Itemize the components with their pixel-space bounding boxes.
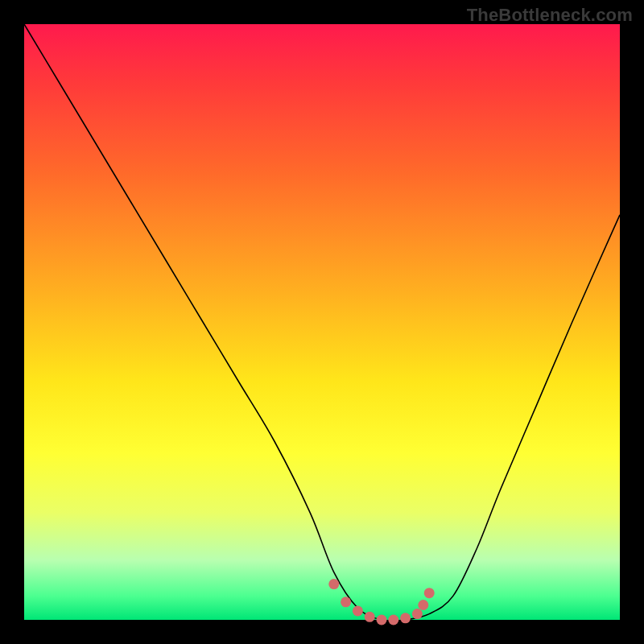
plot-area [24,24,620,620]
marker-dot [418,600,428,610]
marker-dot [341,597,351,607]
marker-dot [353,605,363,616]
marker-dot [328,579,339,589]
chart-frame: TheBottleneck.com [0,0,644,644]
curve-svg [24,24,620,620]
watermark-text: TheBottleneck.com [467,5,633,26]
marker-dot [365,612,375,622]
marker-dots [328,579,434,625]
marker-dot [377,615,387,625]
marker-dot [388,615,398,625]
marker-dot [424,588,435,598]
marker-dot [400,613,411,623]
bottleneck-curve [24,24,620,621]
marker-dot [412,609,423,619]
